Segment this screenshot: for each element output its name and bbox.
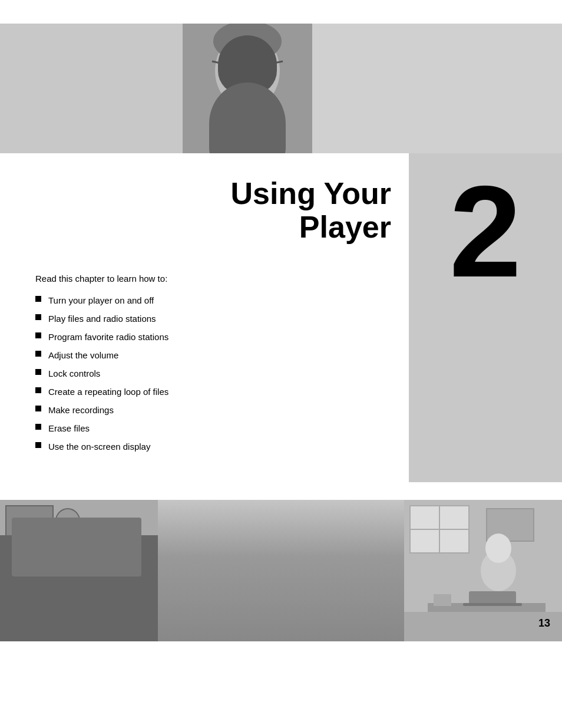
svg-line-35 [233,550,245,568]
svg-rect-12 [6,506,53,541]
svg-rect-21 [0,600,158,641]
bullet-icon [35,332,41,338]
chapter-number: 2 [449,177,521,287]
svg-rect-14 [0,588,158,600]
bottom-image-center [158,500,404,641]
bullet-icon [35,369,41,375]
list-item: Make recordings [35,404,397,416]
svg-point-39 [296,518,315,541]
svg-line-28 [190,547,193,641]
list-item: Turn your player on and off [35,294,397,307]
top-image-right [312,24,562,153]
svg-point-20 [107,544,128,568]
top-image-center [183,24,312,153]
list-item: Lock controls [35,367,397,380]
list-item: Program favorite radio stations [35,331,397,343]
list-item-text: Play files and radio stations [48,312,156,325]
svg-rect-23 [158,500,404,641]
list-item-text: Turn your player on and off [48,294,154,307]
list-item-text: Make recordings [48,404,114,416]
svg-point-13 [56,509,80,532]
svg-line-32 [355,547,358,641]
chapter-title-line2: Player [299,210,391,244]
chapter-title: Using Your Player [35,177,397,244]
list-item: Create a repeating loop of files [35,386,397,398]
svg-point-52 [485,533,511,563]
svg-rect-54 [463,603,522,606]
svg-rect-10 [0,500,158,641]
list-item-text: Erase files [48,422,90,434]
list-item-text: Create a repeating loop of files [48,386,168,398]
svg-rect-22 [6,600,124,630]
list-item-text: Use the on-screen display [48,440,150,453]
bottom-image-left [0,500,158,641]
svg-line-30 [273,547,276,641]
chapter-title-line1: Using Your [230,176,391,210]
svg-rect-7 [239,107,256,131]
top-images-row [0,24,562,153]
intro-text: Read this chapter to learn how to: [35,274,397,284]
svg-line-41 [289,546,299,562]
bullet-icon [35,406,41,411]
svg-point-17 [60,561,93,598]
svg-line-42 [312,546,322,560]
svg-line-37 [242,574,249,597]
bullet-icon [35,442,41,448]
svg-point-8 [206,124,289,153]
svg-point-3 [245,58,271,74]
bullet-icon [35,387,41,393]
svg-line-36 [259,550,271,565]
svg-line-29 [232,547,234,641]
svg-point-2 [223,58,249,74]
svg-rect-24 [158,500,404,641]
svg-point-16 [25,544,46,568]
svg-rect-0 [183,24,312,153]
bullet-icon [35,314,41,320]
svg-point-33 [242,519,263,545]
svg-line-31 [314,547,317,641]
bullet-icon [35,424,41,430]
list-item-text: Program favorite radio stations [48,331,168,343]
bottom-images-row: 13 [0,500,562,641]
svg-line-26 [158,582,404,591]
svg-rect-53 [469,591,516,604]
list-item-text: Lock controls [48,367,100,380]
chapter-section: Using Your Player Read this chapter to l… [0,153,562,482]
list-item: Adjust the volume [35,349,397,361]
svg-rect-55 [434,594,451,606]
chapter-content: Using Your Player Read this chapter to l… [0,153,409,482]
bullet-icon [35,351,41,357]
svg-line-27 [158,600,404,606]
list-item: Erase files [35,422,397,434]
page-number: 13 [538,617,550,630]
svg-line-44 [308,568,313,591]
svg-rect-34 [245,544,259,574]
chapter-number-column: 2 [409,153,562,482]
svg-point-18 [65,545,88,571]
svg-line-38 [255,574,261,597]
bullet-icon [35,296,41,302]
bullet-list: Turn your player on and off Play files a… [35,294,397,453]
svg-point-15 [21,559,50,594]
svg-rect-40 [299,540,312,568]
svg-point-9 [213,24,282,62]
list-item: Play files and radio stations [35,312,397,325]
svg-point-19 [103,559,133,594]
list-item: Use the on-screen display [35,440,397,453]
top-image-left [0,24,183,153]
list-item-text: Adjust the volume [48,349,118,361]
bottom-image-right: 13 [404,500,562,641]
svg-line-25 [158,559,404,571]
svg-line-43 [296,568,303,591]
